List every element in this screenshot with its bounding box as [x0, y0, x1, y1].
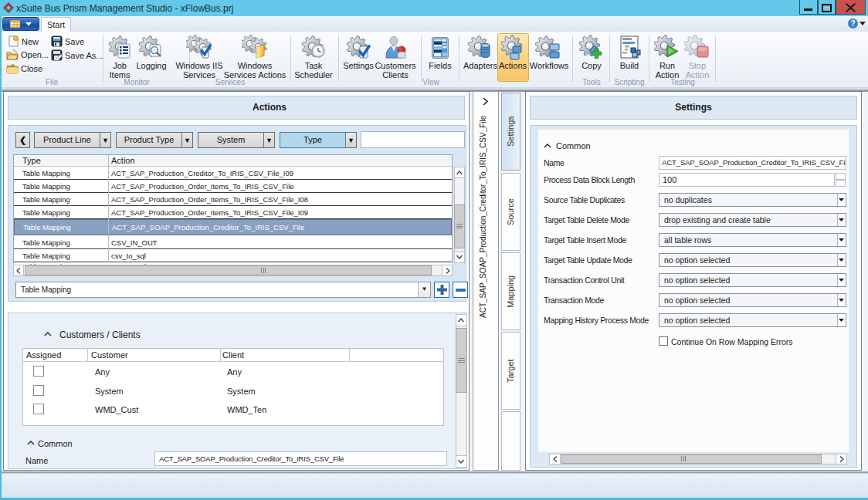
svg-text:?: ? — [850, 19, 855, 28]
